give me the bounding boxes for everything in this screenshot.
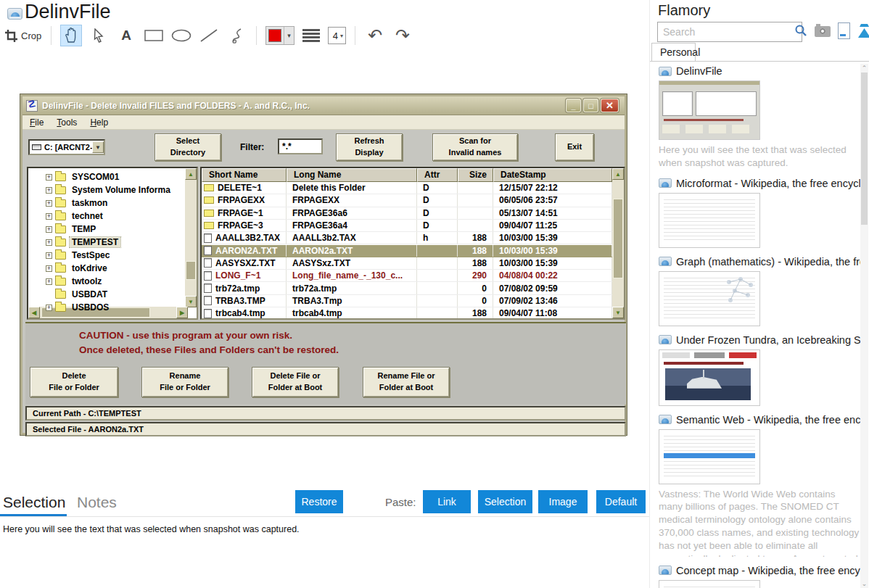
- column-header[interactable]: Size: [458, 168, 493, 182]
- snapshot-title[interactable]: Graph (mathematics) - Wikipedia, the fre…: [659, 256, 862, 268]
- scan-invalid-names-button[interactable]: Scan for Invalid names: [432, 133, 518, 161]
- list-item[interactable]: DelinvFileHere you will see the text tha…: [659, 65, 862, 170]
- table-row[interactable]: AAALL3B2.TAXAAALL3b2.TAXh18810/03/00 15:…: [202, 232, 612, 244]
- table-row[interactable]: FRPAGE~1FRPAGE36a6D05/13/07 14:51: [202, 207, 612, 220]
- scrollbar-thumb[interactable]: [613, 199, 623, 278]
- select-directory-button[interactable]: Select Directory: [155, 133, 221, 161]
- maximize-button[interactable]: □: [583, 99, 598, 112]
- tree-item[interactable]: +toKdrive: [46, 262, 110, 275]
- minimize-button[interactable]: _: [566, 99, 581, 112]
- snapshot-title[interactable]: Semantic Web - Wikipedia, the free encyc…: [659, 414, 862, 426]
- list-item[interactable]: Graph (mathematics) - Wikipedia, the fre…: [659, 256, 862, 326]
- table-row[interactable]: AARON2A.TXTAARON2a.TXT18810/03/00 15:39: [202, 245, 612, 257]
- expand-icon[interactable]: +: [46, 305, 52, 311]
- tree-item[interactable]: +taskmon: [46, 196, 110, 210]
- table-row[interactable]: trb72a.tmptrb72a.tmp007/08/02 09:59: [202, 282, 612, 294]
- line-tool-button[interactable]: [198, 25, 220, 46]
- ellipse-tool-button[interactable]: [170, 25, 192, 46]
- new-note-icon[interactable]: [838, 22, 850, 39]
- scroll-left-icon[interactable]: ◀: [28, 307, 40, 318]
- select-tool-button[interactable]: [88, 25, 110, 46]
- snapshot-thumbnail[interactable]: [659, 271, 760, 326]
- expand-icon[interactable]: +: [46, 252, 52, 259]
- tab-personal[interactable]: Personal: [651, 43, 696, 61]
- expand-icon[interactable]: +: [46, 239, 52, 246]
- scrollbar-thumb[interactable]: [861, 73, 868, 225]
- list-item[interactable]: Semantic Web - Wikipedia, the free encyc…: [659, 414, 862, 557]
- column-header[interactable]: DateStamp: [493, 168, 612, 182]
- restore-button[interactable]: Restore: [295, 490, 343, 513]
- redo-button[interactable]: ↷: [392, 25, 413, 46]
- exit-button[interactable]: Exit: [555, 133, 594, 161]
- tab-notes[interactable]: Notes: [77, 494, 117, 511]
- column-header[interactable]: Short Name: [202, 168, 287, 182]
- menu-item-help[interactable]: Help: [90, 117, 108, 128]
- list-item[interactable]: Under Frozen Tundra, an Icebreaking Ship…: [659, 334, 862, 406]
- rename-file-button[interactable]: Rename File or Folder: [141, 367, 228, 397]
- scroll-down-icon[interactable]: ▼: [612, 307, 624, 318]
- snapshot-thumbnail[interactable]: [659, 580, 760, 588]
- scrollbar-thumb[interactable]: [186, 261, 196, 280]
- scroll-down-icon[interactable]: ▼: [185, 296, 197, 307]
- undo-button[interactable]: ↶: [364, 25, 386, 46]
- filter-input[interactable]: *.*: [278, 138, 323, 154]
- snapshot-title[interactable]: Concept map - Wikipedia, the free encycl…: [659, 565, 862, 576]
- tree-item[interactable]: +technet: [46, 210, 105, 223]
- tree-item[interactable]: +TEMP: [46, 223, 98, 236]
- search-icon[interactable]: [794, 24, 810, 40]
- rectangle-tool-button[interactable]: [143, 25, 165, 46]
- table-row[interactable]: trbcab4.tmptrbcab4.tmp18809/04/07 11:08: [202, 307, 612, 320]
- table-row[interactable]: TRBA3.TMPTRBA3.Tmp007/09/02 13:46: [202, 295, 612, 307]
- drive-combobox[interactable]: C: [ARCNT2-C] ▼: [28, 139, 105, 155]
- search-input[interactable]: [658, 26, 794, 38]
- flamory-logo-icon[interactable]: [857, 24, 869, 38]
- paste-default-button[interactable]: Default: [596, 490, 646, 513]
- table-vertical-scrollbar[interactable]: ▲ ▼: [612, 168, 624, 318]
- table-row[interactable]: DELETE~1Delete this FolderD12/15/07 22:1…: [202, 182, 612, 194]
- tree-item[interactable]: +SYSCOM01: [46, 170, 121, 183]
- tree-item[interactable]: +USBDAT: [46, 288, 110, 301]
- color-picker[interactable]: ▾: [265, 26, 295, 45]
- snapshot-thumbnail[interactable]: [659, 349, 760, 406]
- snapshot-thumbnail[interactable]: [659, 193, 760, 248]
- paste-image-button[interactable]: Image: [538, 490, 588, 513]
- crop-button[interactable]: Crop: [4, 25, 42, 46]
- menu-item-tools[interactable]: Tools: [57, 117, 77, 128]
- line-width-button[interactable]: [300, 25, 322, 46]
- delete-at-boot-button[interactable]: Delete File or Folder at Boot: [252, 367, 339, 397]
- list-item[interactable]: Concept map - Wikipedia, the free encycl…: [659, 565, 862, 588]
- rename-at-boot-button[interactable]: Rename File or Folder at Boot: [363, 367, 450, 397]
- expand-icon[interactable]: +: [46, 200, 52, 207]
- snapshot-thumbnail[interactable]: [659, 429, 760, 484]
- snapshot-title[interactable]: Microformat - Wikipedia, the free encycl…: [659, 178, 862, 189]
- sidebar-scrollbar[interactable]: ⌃ ⌄: [860, 64, 868, 588]
- expand-icon[interactable]: +: [46, 187, 52, 194]
- snapshot-title[interactable]: DelinvFile: [659, 65, 862, 77]
- expand-icon[interactable]: +: [46, 174, 52, 181]
- scroll-right-icon[interactable]: ▶: [176, 307, 188, 318]
- scroll-down-icon[interactable]: ⌄: [860, 580, 868, 587]
- scroll-up-icon[interactable]: ▲: [185, 168, 197, 180]
- scroll-up-icon[interactable]: ⌃: [860, 65, 868, 72]
- expand-icon[interactable]: +: [46, 213, 52, 220]
- refresh-display-button[interactable]: Refresh Display: [336, 133, 403, 161]
- paste-selection-button[interactable]: Selection: [478, 490, 532, 513]
- table-row[interactable]: AASYSXZ.TXTAASYSxz.TXT18810/03/00 15:39: [202, 257, 612, 270]
- tree-vertical-scrollbar[interactable]: ▲ ▼: [185, 168, 197, 307]
- delete-file-button[interactable]: Delete File or Folder: [30, 367, 118, 397]
- tree-item[interactable]: +TestSpec: [46, 249, 112, 262]
- list-item[interactable]: Microformat - Wikipedia, the free encycl…: [659, 178, 862, 248]
- close-button[interactable]: ✕: [601, 99, 619, 112]
- tree-item[interactable]: +TEMPTEST: [46, 236, 120, 249]
- text-tool-button[interactable]: A: [115, 25, 137, 46]
- tree-item[interactable]: +System Volume Informa: [46, 183, 173, 196]
- expand-icon[interactable]: +: [46, 226, 52, 233]
- pan-tool-button[interactable]: [60, 25, 82, 46]
- paste-link-button[interactable]: Link: [423, 490, 471, 513]
- table-row[interactable]: FRPAGEXXFRPAGEXXD06/05/06 23:57: [202, 194, 612, 207]
- tab-selection[interactable]: Selection: [3, 494, 65, 511]
- expand-icon[interactable]: +: [46, 278, 52, 285]
- menu-item-file[interactable]: File: [30, 117, 44, 128]
- tree-item[interactable]: +USBDOS: [46, 301, 111, 314]
- stroke-size-dropdown[interactable]: 4 ▾: [328, 27, 346, 44]
